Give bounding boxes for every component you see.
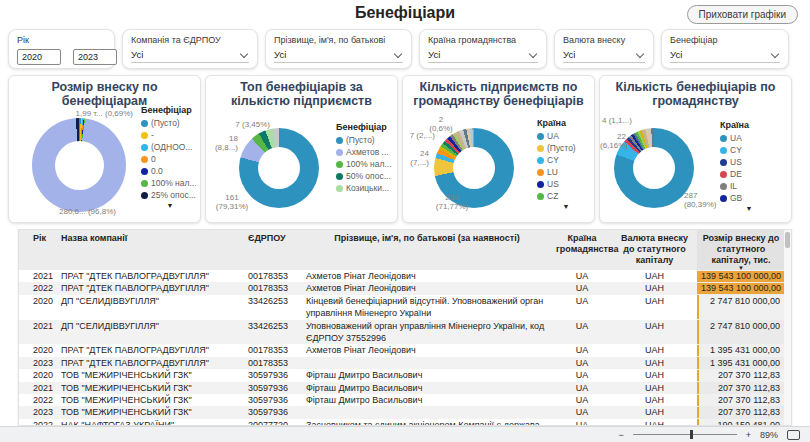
table-row[interactable]: 2021ПРАТ "ДТЕК ПАВЛОГРАДВУГІЛЛЯ"00178353…	[19, 270, 791, 282]
filter-value: Усі	[131, 49, 143, 60]
hide-charts-button[interactable]: Приховати графіки	[687, 5, 798, 24]
legend-item[interactable]: 100% нал...	[336, 159, 398, 169]
table-row[interactable]: 2020ДП "СЕЛИДІВВУГІЛЛЯ"33426253Кінцевий …	[19, 295, 791, 320]
legend-item[interactable]: CY	[537, 155, 595, 165]
legend-item[interactable]: Козицьки...	[336, 183, 398, 193]
legend-item[interactable]: 0.0	[141, 166, 201, 176]
legend-item[interactable]: CY	[720, 145, 784, 155]
filter-dropdown[interactable]: Усі	[563, 49, 645, 63]
filter-dropdown[interactable]: Усі	[428, 49, 538, 63]
legend-label: (Пусто)	[151, 118, 180, 128]
year-from-input[interactable]	[17, 49, 61, 65]
zoom-slider-thumb[interactable]	[690, 430, 693, 439]
chevron-down-icon	[529, 49, 537, 57]
table-row[interactable]: 2020ПРАТ "ДТЕК ПАВЛОГРАДВУГІЛЛЯ"00178353…	[19, 344, 791, 356]
amount-cell: 2 747 810 000,00	[697, 320, 785, 345]
table-row[interactable]: 2021ДП "СЕЛИДІВВУГІЛЛЯ"33426253Уповноваж…	[19, 320, 791, 345]
table-row[interactable]: 2022ТОВ "МЕЖИРІЧЕНСЬКИЙ ГЗК"30597936Фірт…	[19, 394, 791, 406]
amount-value: 207 370 112,83	[718, 383, 780, 393]
legend-item[interactable]: 50% опос...	[336, 171, 398, 181]
fit-to-page-icon[interactable]	[787, 430, 800, 440]
column-header-4[interactable]: Країна громадянства	[552, 230, 612, 270]
legend-label: CY	[547, 155, 559, 165]
filter-label: Валюта внеску	[563, 35, 645, 45]
legend-item[interactable]: IL	[720, 181, 784, 191]
zoom-in-button[interactable]: +	[746, 430, 751, 440]
data-label: 280,6... (96,8%)	[59, 207, 143, 216]
cell: Фірташ Дмитро Васильович	[302, 369, 552, 381]
table-row[interactable]: 2021ТОВ "МЕЖИРІЧЕНСЬКИЙ ГЗК"30597936Фірт…	[19, 382, 791, 394]
cell: 30597936	[244, 406, 302, 418]
legend-color-dot	[141, 120, 148, 127]
cell: Фірташ Дмитро Васильович	[302, 382, 552, 394]
chart-card-3: Кількість бенефіціарів по громадянству4 …	[599, 75, 792, 223]
cell: Уповноважений орган управління Міненерго…	[302, 320, 552, 345]
data-label: 18(8,8...)	[206, 134, 238, 152]
filter-value: Усі	[670, 49, 682, 60]
legend-item[interactable]: -	[141, 130, 201, 140]
cell: ТОВ "МЕЖИРІЧЕНСЬКИЙ ГЗК"	[57, 382, 244, 394]
zoom-out-button[interactable]: −	[618, 430, 623, 440]
legend-item[interactable]: DE	[720, 169, 784, 179]
column-header-5[interactable]: Валюта внеску до статутного капіталу	[612, 230, 697, 270]
year-to-input[interactable]	[73, 49, 117, 65]
legend-item[interactable]: 25% опос...	[141, 190, 201, 200]
legend-item[interactable]: 0	[141, 154, 201, 164]
legend-label: CZ	[547, 191, 558, 201]
cell: UAH	[612, 394, 697, 406]
chevron-down-icon	[771, 49, 779, 57]
filter-card-0: Рік	[8, 29, 115, 69]
legend-item[interactable]: US	[720, 157, 784, 167]
legend-item[interactable]: (ОДНОО...	[141, 142, 201, 152]
filter-card-3: Країна громадянстваУсі	[419, 29, 547, 69]
legend-scroll-down-icon[interactable]: ▼	[141, 202, 199, 209]
legend-label: (Пусто)	[346, 135, 375, 145]
legend-scroll-down-icon[interactable]: ▼	[537, 203, 595, 210]
legend-item[interactable]: UA	[720, 133, 784, 143]
filter-label: Компанія та ЄДРПОУ	[131, 35, 249, 45]
legend-label: UA	[730, 133, 742, 143]
data-label: 22(6,16%)	[600, 132, 626, 150]
donut-chart[interactable]	[614, 128, 694, 208]
chart-legend: КраїнаUA(Пусто)CYLUUSCZ▼	[537, 118, 595, 210]
column-header-6[interactable]: Розмір внеску до статутного капіталу, ти…	[697, 230, 785, 270]
legend-item[interactable]: (Пусто)	[141, 118, 201, 128]
amount-cell: 207 370 112,83	[697, 369, 785, 381]
table-row[interactable]: 2023ТОВ "МЕЖИРІЧЕНСЬКИЙ ГЗК"30597936UAUA…	[19, 406, 791, 418]
legend-item[interactable]: (Пусто)	[336, 135, 398, 145]
filter-value: Усі	[563, 49, 575, 60]
table-row[interactable]: 2023ПРАТ "ДТЕК ПАВЛОГРАДВУГІЛЛЯ"00178353…	[19, 357, 791, 369]
legend-item[interactable]: GB	[720, 193, 784, 203]
legend-item[interactable]: UA	[537, 131, 595, 141]
filter-dropdown[interactable]: Усі	[131, 49, 249, 63]
column-header-0[interactable]: Рік	[19, 230, 57, 270]
donut-hole	[258, 147, 300, 189]
zoom-slider[interactable]	[633, 430, 737, 439]
legend-item[interactable]: (Пусто)	[537, 143, 595, 153]
legend-color-dot	[336, 161, 343, 168]
legend-scroll-down-icon[interactable]: ▼	[720, 205, 778, 212]
filter-label: Прізвище, ім'я, по батькові	[274, 35, 403, 45]
column-header-2[interactable]: ЄДРПОУ	[244, 230, 302, 270]
zoom-slider-track	[633, 434, 737, 435]
cell: 00178353	[244, 282, 302, 294]
legend-item[interactable]: CZ	[537, 191, 595, 201]
legend-item[interactable]: Ахметов ...	[336, 147, 398, 157]
table-vertical-scrollbar[interactable]	[784, 230, 791, 425]
legend-item[interactable]: US	[537, 179, 595, 189]
scrollbar-thumb[interactable]	[785, 232, 790, 248]
legend-label: CY	[730, 145, 742, 155]
filter-value: Усі	[274, 49, 286, 60]
cell: UA	[552, 344, 612, 356]
column-header-3[interactable]: Прізвище, ім'я, по батькові (за наявност…	[302, 230, 552, 270]
column-header-1[interactable]: Назва компанії	[57, 230, 244, 270]
donut-chart[interactable]	[32, 118, 126, 212]
table-row[interactable]: 2020ТОВ "МЕЖИРІЧЕНСЬКИЙ ГЗК"30597936Фірт…	[19, 369, 791, 381]
table-row[interactable]: 2022НАК "НАФТОГАЗ УКРАЇНИ"20077720Заснов…	[19, 419, 791, 426]
filter-dropdown[interactable]: Усі	[670, 49, 780, 63]
filter-dropdown[interactable]: Усі	[274, 49, 403, 63]
legend-item[interactable]: 100% нал...	[141, 178, 201, 188]
cell: UAH	[612, 419, 697, 426]
table-row[interactable]: 2022ПРАТ "ДТЕК ПАВЛОГРАДВУГІЛЛЯ"00178353…	[19, 282, 791, 294]
legend-item[interactable]: LU	[537, 167, 595, 177]
